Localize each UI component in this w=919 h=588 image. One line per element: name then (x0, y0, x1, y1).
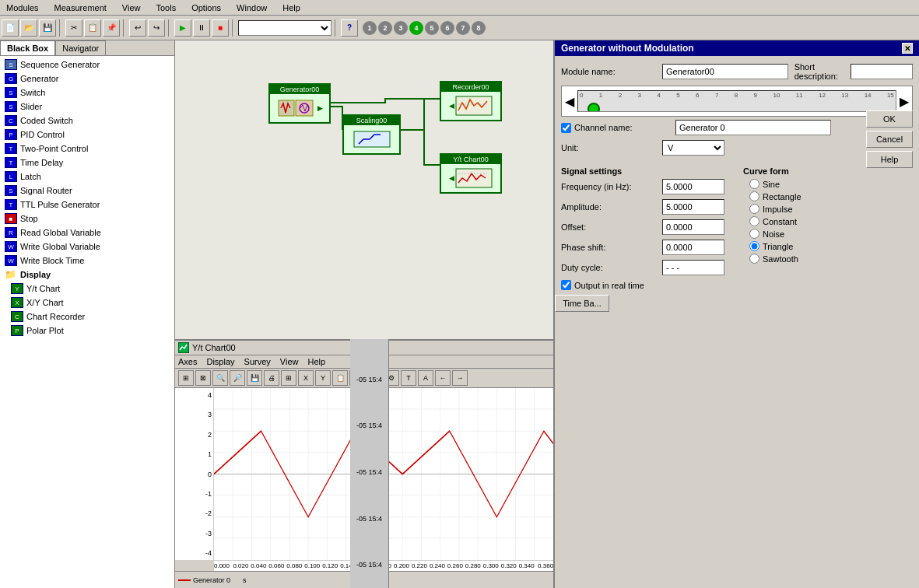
props-time-ba-button[interactable]: Time Ba... (555, 295, 609, 312)
props-radio-triangle-input[interactable] (749, 241, 759, 251)
chart-btn-print[interactable]: 🖨 (264, 370, 279, 386)
tree-item-slider[interactable]: S Slider (2, 100, 173, 114)
tree-item-chartrecorder[interactable]: C Chart Recorder (8, 310, 173, 324)
menu-help[interactable]: Help (279, 2, 303, 13)
toolbar-num-8[interactable]: 8 (472, 21, 486, 35)
props-offset-input[interactable] (662, 219, 724, 235)
tree-item-polarplot[interactable]: P Polar Plot (8, 324, 173, 338)
tree-item-twopoint[interactable]: T Two-Point Control (2, 142, 173, 156)
toolbar-undo[interactable]: ↩ (129, 19, 146, 37)
tree-item-seqgen[interactable]: S Sequence Generator (2, 58, 173, 72)
tree-item-generator[interactable]: G Generator (2, 72, 173, 86)
props-channel-checkbox[interactable] (561, 123, 571, 133)
chart-btn-text2[interactable]: A (418, 370, 433, 386)
toolbar-num-3[interactable]: 3 (394, 21, 408, 35)
menu-options[interactable]: Options (188, 2, 224, 13)
tree-item-readglobal[interactable]: R Read Global Variable (2, 226, 173, 240)
chart-btn-zoomin[interactable]: 🔍 (212, 370, 228, 386)
chart-btn-zoom[interactable]: ⊞ (178, 370, 194, 386)
props-channel-input[interactable] (675, 120, 831, 135)
toolbar-num-2[interactable]: 2 (378, 21, 392, 35)
tree-item-coded-switch[interactable]: C Coded Switch (2, 114, 173, 128)
timeline-right-arrow[interactable]: ▶ (900, 94, 909, 109)
chart-btn-save[interactable]: 💾 (247, 370, 262, 386)
toolbar-copy[interactable]: 📋 (84, 19, 101, 37)
toolbar-new[interactable]: 📄 (2, 19, 19, 37)
props-radio-impulse-input[interactable] (749, 204, 759, 214)
props-module-name-input[interactable] (662, 64, 788, 79)
chart-btn-y[interactable]: Y (315, 370, 331, 386)
chart-btn-copy[interactable]: 📋 (332, 370, 348, 386)
props-help-button[interactable]: Help (866, 151, 913, 168)
props-realtime-checkbox[interactable] (561, 280, 571, 290)
toolbar-open[interactable]: 📂 (20, 19, 37, 37)
tree-item-timedelay[interactable]: T Time Delay (2, 156, 173, 170)
menu-measurement[interactable]: Measurement (51, 2, 110, 13)
toolbar-redo[interactable]: ↪ (148, 19, 165, 37)
tree-item-latch[interactable]: L Latch (2, 170, 173, 184)
timeline-left-arrow[interactable]: ◀ (565, 94, 574, 109)
menu-view[interactable]: View (119, 2, 144, 13)
toolbar-num-7[interactable]: 7 (456, 21, 470, 35)
tree-item-ytchart[interactable]: Y Y/t Chart (8, 282, 173, 296)
canvas-area[interactable]: Generator00 ▶ Scaling00 (175, 40, 919, 588)
props-duty-input[interactable] (662, 260, 724, 275)
tree-item-pid[interactable]: P PID Control (2, 128, 173, 142)
props-radio-rectangle-input[interactable] (749, 191, 759, 201)
props-ok-button[interactable]: OK (866, 110, 913, 128)
chart-menu-view[interactable]: View (280, 357, 299, 366)
toolbar-cut[interactable]: ✂ (65, 19, 82, 37)
props-cancel-button[interactable]: Cancel (866, 131, 913, 148)
chart-btn-grid[interactable]: ⊞ (281, 370, 296, 386)
yt-chart-block[interactable]: Y/t Chart00 ◀ (440, 153, 502, 194)
chart-btn-zoom2[interactable]: ⊠ (195, 370, 211, 386)
toolbar-num-1[interactable]: 1 (363, 21, 377, 35)
scaling-block[interactable]: Scaling00 (342, 114, 401, 155)
chart-btn-arrow2[interactable]: → (452, 370, 468, 386)
toolbar-paste[interactable]: 📌 (103, 19, 120, 37)
generator-block[interactable]: Generator00 ▶ (268, 83, 331, 124)
chart-btn-text[interactable]: T (401, 370, 416, 386)
chart-btn-arrow[interactable]: ← (435, 370, 451, 386)
props-unit-select[interactable]: V A W Hz (662, 140, 724, 156)
toolbar-run[interactable]: ▶ (174, 19, 191, 37)
toolbar-combo[interactable] (238, 20, 331, 36)
chart-menu-display[interactable]: Display (206, 357, 234, 366)
tree-item-stop[interactable]: ■ Stop (2, 212, 173, 226)
timeline-marker[interactable] (588, 103, 600, 112)
menu-window[interactable]: Window (233, 2, 270, 13)
chart-menu-axes[interactable]: Axes (178, 357, 197, 366)
chart-menu-help[interactable]: Help (307, 357, 325, 366)
props-radio-constant-input[interactable] (749, 216, 759, 226)
tree-category-display[interactable]: 📁 Display (2, 268, 173, 282)
tab-blackbox[interactable]: Black Box (0, 40, 55, 55)
recorder-block[interactable]: Recorder00 ◀ (440, 81, 502, 121)
props-phase-input[interactable] (662, 240, 724, 255)
props-amp-input[interactable] (662, 199, 724, 215)
chart-menu-survey[interactable]: Survey (244, 357, 271, 366)
props-radio-sine-input[interactable] (749, 179, 759, 189)
tab-navigator[interactable]: Navigator (55, 40, 106, 55)
props-close-button[interactable]: ✕ (902, 43, 913, 54)
tree-item-signalrouter[interactable]: S Signal Router (2, 184, 173, 198)
tree-item-writeglobal[interactable]: W Write Global Variable (2, 240, 173, 254)
tree-item-writeblocktime[interactable]: W Write Block Time (2, 254, 173, 268)
menu-tools[interactable]: Tools (153, 2, 180, 13)
toolbar-save[interactable]: 💾 (39, 19, 56, 37)
props-radio-noise-input[interactable] (749, 229, 759, 239)
toolbar-num-5[interactable]: 5 (425, 21, 439, 35)
timeline-body[interactable]: 012345 678910 1112131415 (577, 90, 896, 112)
tree-item-ttlpulse[interactable]: T TTL Pulse Generator (2, 198, 173, 212)
props-short-desc-input[interactable] (851, 64, 913, 79)
toolbar-stop[interactable]: ■ (212, 19, 229, 37)
tree-item-switch[interactable]: S Switch (2, 86, 173, 100)
menu-modules[interactable]: Modules (3, 2, 42, 13)
chart-btn-zoomout[interactable]: 🔎 (230, 370, 245, 386)
tree-item-xychart[interactable]: X X/Y Chart (8, 296, 173, 310)
chart-btn-x[interactable]: X (298, 370, 314, 386)
toolbar-num-4[interactable]: 4 (409, 21, 423, 35)
toolbar-help[interactable]: ? (341, 19, 358, 37)
toolbar-pause[interactable]: ⏸ (193, 19, 210, 37)
toolbar-num-6[interactable]: 6 (440, 21, 454, 35)
props-freq-input[interactable] (662, 179, 724, 194)
